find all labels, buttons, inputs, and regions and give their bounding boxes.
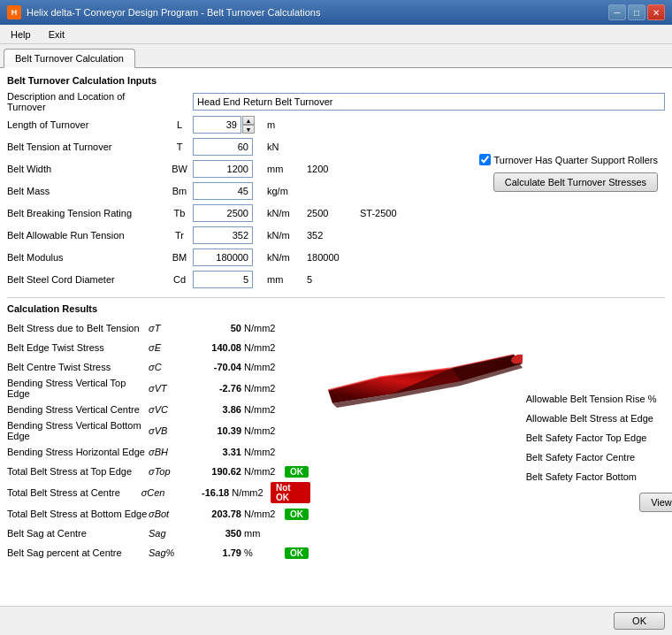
ok-badge: OK bbox=[285, 466, 309, 478]
modulus-input[interactable] bbox=[193, 249, 253, 266]
tension-unit: kN bbox=[263, 142, 303, 152]
result-symbol: σTop bbox=[149, 466, 184, 477]
result-row: Belt Edge Twist StressσE140.08N/mm2 bbox=[7, 339, 310, 356]
ok-button[interactable]: OK bbox=[614, 612, 665, 630]
breaking-extra: 2500 bbox=[303, 208, 356, 218]
result-label: Belt Centre Twist Stress bbox=[7, 362, 149, 372]
tension-symbol: T bbox=[166, 142, 193, 152]
width-extra: 1200 bbox=[303, 164, 356, 174]
window-controls: ─ □ ✕ bbox=[608, 4, 665, 20]
length-symbol: L bbox=[166, 119, 193, 130]
app-icon: H bbox=[7, 5, 21, 19]
cord-input[interactable] bbox=[193, 271, 253, 288]
breaking-symbol: Tb bbox=[166, 208, 193, 218]
result-row: Bending Stress Vertical Bottom EdgeσVB10… bbox=[7, 420, 310, 441]
minimize-button[interactable]: ─ bbox=[608, 4, 626, 20]
tab-bar: Belt Turnover Calculation bbox=[0, 44, 672, 68]
modulus-row: Belt Modulus BM kN/m 180000 bbox=[7, 248, 409, 267]
right-result-value: -154. bbox=[667, 452, 672, 463]
result-row: Total Belt Stress at Bottom EdgeσBot203.… bbox=[7, 505, 310, 523]
breaking-input[interactable] bbox=[193, 204, 253, 222]
mass-symbol: Bm bbox=[166, 186, 193, 196]
result-unit: N/mm2 bbox=[241, 383, 281, 394]
tension-input[interactable] bbox=[193, 138, 253, 156]
result-symbol: Sag% bbox=[149, 547, 184, 558]
quarter-rollers-checkbox[interactable] bbox=[479, 154, 491, 165]
checkbox-label: Turnover Has Quarter Support Rollers bbox=[494, 155, 658, 165]
description-row: Description and Location of Turnover bbox=[7, 91, 665, 112]
result-row: Bending Stress Vertical Top EdgeσVT-2.76… bbox=[7, 378, 310, 399]
breaking-label: Belt Breaking Tension Rating bbox=[7, 208, 166, 218]
right-result-label: Belt Safety Factor Top Edge bbox=[526, 432, 667, 443]
modulus-unit: kN/m bbox=[263, 252, 303, 263]
breaking-rating: ST-2500 bbox=[356, 208, 409, 218]
result-row: Total Belt Stress at CentreσCen-16.18N/m… bbox=[7, 482, 310, 503]
result-symbol: σC bbox=[149, 362, 184, 372]
width-row: Belt Width BW mm 1200 bbox=[7, 159, 409, 179]
window-title: Helix delta-T Conveyor Design Program - … bbox=[27, 7, 320, 18]
result-unit: N/mm2 bbox=[241, 425, 281, 436]
result-value: 3.31 bbox=[184, 447, 241, 457]
result-value: 50 bbox=[184, 323, 241, 333]
result-row: Bending Stress Vertical CentreσVC3.86N/m… bbox=[7, 401, 310, 418]
result-value: -16.18 bbox=[175, 487, 230, 498]
result-value: 3.86 bbox=[184, 404, 241, 415]
result-label: Total Belt Stress at Bottom Edge bbox=[7, 509, 149, 519]
result-symbol: σBH bbox=[149, 447, 184, 457]
length-spinner[interactable]: ▲ ▼ bbox=[242, 116, 255, 134]
modulus-label: Belt Modulus bbox=[7, 252, 166, 263]
result-label: Belt Sag at Centre bbox=[7, 528, 149, 539]
calculate-btn[interactable]: Calculate Belt Turnover Stresses bbox=[493, 172, 658, 192]
ok-badge: OK bbox=[285, 509, 309, 520]
menu-help[interactable]: Help bbox=[4, 27, 38, 42]
right-result-row: Allowable Belt Stress at Edge404.8N/mm2 bbox=[526, 409, 672, 427]
result-unit: N/mm2 bbox=[241, 342, 281, 353]
width-input[interactable] bbox=[193, 160, 253, 178]
length-unit: m bbox=[263, 119, 303, 130]
result-label: Total Belt Stress at Centre bbox=[7, 487, 141, 498]
length-input[interactable] bbox=[193, 116, 241, 134]
description-input[interactable] bbox=[193, 93, 665, 111]
breaking-row: Belt Breaking Tension Rating Tb kN/m 250… bbox=[7, 203, 409, 223]
menu-exit[interactable]: Exit bbox=[42, 27, 72, 42]
result-symbol: σBot bbox=[149, 509, 184, 519]
maximize-button[interactable]: □ bbox=[628, 4, 645, 20]
bottom-bar: OK bbox=[0, 606, 672, 634]
result-value: 190.62 bbox=[184, 466, 241, 477]
result-row: Belt Sag percent at CentreSag%1.79%OK bbox=[7, 544, 310, 562]
allowable-extra: 352 bbox=[303, 230, 356, 241]
allowable-unit: kN/m bbox=[263, 230, 303, 241]
result-value: 10.39 bbox=[184, 425, 241, 436]
result-row: Belt Sag at CentreSag350mm bbox=[7, 524, 310, 542]
result-label: Bending Stress Vertical Top Edge bbox=[7, 378, 149, 399]
result-symbol: σVT bbox=[149, 383, 184, 394]
checkbox-row: Turnover Has Quarter Support Rollers bbox=[479, 154, 658, 165]
right-result-value: 15 bbox=[667, 394, 672, 404]
right-result-row: Allowable Belt Tension Rise %15% bbox=[526, 390, 672, 408]
tab-belt-turnover[interactable]: Belt Turnover Calculation bbox=[4, 49, 135, 68]
breaking-unit: kN/m bbox=[263, 208, 303, 218]
length-up[interactable]: ▲ bbox=[242, 116, 255, 125]
result-row: Bending Stress Horizontal EdgeσBH3.31N/m… bbox=[7, 443, 310, 461]
allowable-input[interactable] bbox=[193, 226, 253, 244]
result-label: Total Belt Stress at Top Edge bbox=[7, 466, 149, 477]
result-symbol: σT bbox=[149, 323, 184, 333]
view-print-btn[interactable]: View / Print Report bbox=[639, 493, 672, 512]
tension-label: Belt Tension at Turnover bbox=[7, 142, 166, 152]
right-result-value: 13.11 bbox=[667, 432, 672, 443]
result-unit: N/mm2 bbox=[241, 323, 281, 333]
close-button[interactable]: ✕ bbox=[647, 4, 665, 20]
left-results: Belt Stress due to Belt TensionσT50N/mm2… bbox=[7, 319, 310, 563]
mass-input[interactable] bbox=[193, 182, 253, 200]
result-symbol: σCen bbox=[141, 487, 175, 498]
right-result-row: Belt Safety Factor Bottom12.27 bbox=[526, 468, 672, 486]
ok-badge: OK bbox=[285, 547, 309, 559]
result-value: 140.08 bbox=[184, 342, 241, 353]
result-label: Bending Stress Vertical Bottom Edge bbox=[7, 420, 149, 441]
result-label: Belt Stress due to Belt Tension bbox=[7, 323, 149, 333]
length-label: Length of Turnover bbox=[7, 119, 166, 130]
result-unit: N/mm2 bbox=[241, 362, 281, 372]
result-value: 350 bbox=[184, 528, 241, 539]
length-down[interactable]: ▼ bbox=[242, 125, 255, 134]
right-result-label: Belt Safety Factor Bottom bbox=[526, 471, 667, 482]
